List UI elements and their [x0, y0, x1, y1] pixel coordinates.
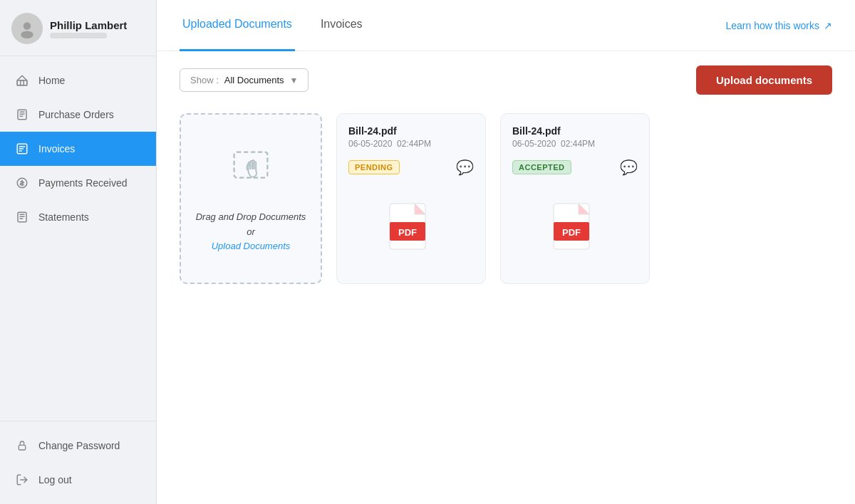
sidebar-item-invoices[interactable]: Invoices: [0, 132, 156, 166]
cards-area: Drag and Drop Documents or Upload Docume…: [157, 106, 855, 307]
document-card-1: Bill-24.pdf 06-05-2020 02:44PM ACCEPTED …: [500, 113, 650, 284]
chevron-down-icon: ▼: [290, 75, 299, 85]
main-header: Uploaded Documents Invoices Learn how th…: [157, 0, 855, 51]
filter-label: Show :: [190, 75, 219, 85]
sidebar-item-logout[interactable]: Log out: [0, 463, 156, 497]
external-link-icon: ↗: [824, 20, 832, 31]
doc-status-row-0: PENDING 💬: [348, 159, 474, 176]
sidebar-item-label-statements: Statements: [38, 211, 89, 223]
sidebar-item-label-logout: Log out: [38, 474, 72, 485]
sidebar-item-change-password[interactable]: Change Password: [0, 429, 156, 463]
doc-header-0: Bill-24.pdf 06-05-2020 02:44PM: [348, 125, 474, 149]
statements-icon: [14, 209, 30, 225]
svg-point-1: [21, 31, 33, 39]
profile-info: Phillip Lambert: [50, 19, 127, 38]
sidebar-bottom: Change Password Log out: [0, 421, 156, 504]
sidebar-item-label-change-password: Change Password: [38, 440, 120, 451]
svg-text:PDF: PDF: [562, 227, 581, 238]
learn-link[interactable]: Learn how this works ↗: [725, 20, 832, 31]
status-badge-0: PENDING: [348, 160, 400, 174]
upload-documents-link[interactable]: Upload Documents: [212, 241, 291, 251]
doc-filename-0: Bill-24.pdf: [348, 125, 474, 137]
payments-icon: [14, 175, 30, 191]
pdf-icon-1: PDF: [512, 189, 638, 272]
profile-name: Phillip Lambert: [50, 19, 127, 31]
doc-filename-1: Bill-24.pdf: [512, 125, 638, 137]
logout-icon: [14, 472, 30, 488]
doc-header-1: Bill-24.pdf 06-05-2020 02:44PM: [512, 125, 638, 149]
drop-zone-text: Drag and Drop Documents or Upload Docume…: [196, 210, 306, 254]
profile-subtitle: [50, 33, 107, 38]
doc-date-1: 06-05-2020 02:44PM: [512, 139, 638, 149]
svg-point-0: [24, 22, 31, 30]
sidebar-nav: Home Purchase Orders Invoices: [0, 56, 156, 421]
filter-dropdown[interactable]: Show : All Documents ▼: [180, 68, 309, 92]
sidebar-item-label-po: Purchase Orders: [38, 109, 114, 120]
home-icon: [14, 73, 30, 88]
sidebar-item-label-home: Home: [38, 75, 65, 86]
tab-invoices[interactable]: Invoices: [318, 0, 366, 51]
tab-uploaded-documents[interactable]: Uploaded Documents: [180, 0, 295, 51]
sidebar-item-statements[interactable]: Statements: [0, 200, 156, 234]
chat-icon-1[interactable]: 💬: [620, 159, 638, 176]
invoices-icon: [14, 141, 30, 157]
purchase-orders-icon: [14, 107, 30, 122]
sidebar: Phillip Lambert Home: [0, 0, 157, 504]
sidebar-item-label-invoices: Invoices: [38, 143, 75, 154]
upload-documents-button[interactable]: Upload documents: [696, 65, 832, 95]
status-badge-1: ACCEPTED: [512, 160, 571, 174]
avatar: [11, 13, 43, 44]
svg-rect-7: [19, 445, 25, 450]
main-toolbar: Show : All Documents ▼ Upload documents: [157, 51, 855, 106]
doc-date-0: 06-05-2020 02:44PM: [348, 139, 474, 149]
main-content: Uploaded Documents Invoices Learn how th…: [157, 0, 855, 504]
drop-zone-icon: [225, 143, 276, 197]
chat-icon-0[interactable]: 💬: [456, 159, 474, 176]
sidebar-item-purchase-orders[interactable]: Purchase Orders: [0, 98, 156, 132]
doc-status-row-1: ACCEPTED 💬: [512, 159, 638, 176]
lock-icon: [14, 438, 30, 453]
svg-rect-2: [17, 80, 27, 85]
filter-value: All Documents: [224, 75, 284, 85]
sidebar-item-home[interactable]: Home: [0, 63, 156, 98]
pdf-icon-0: PDF: [348, 189, 474, 272]
sidebar-item-payments[interactable]: Payments Received: [0, 166, 156, 200]
svg-text:PDF: PDF: [398, 227, 417, 238]
document-card-0: Bill-24.pdf 06-05-2020 02:44PM PENDING 💬: [336, 113, 486, 284]
sidebar-item-label-payments: Payments Received: [38, 177, 128, 189]
drop-zone-card[interactable]: Drag and Drop Documents or Upload Docume…: [180, 113, 322, 284]
profile-section: Phillip Lambert: [0, 0, 156, 56]
